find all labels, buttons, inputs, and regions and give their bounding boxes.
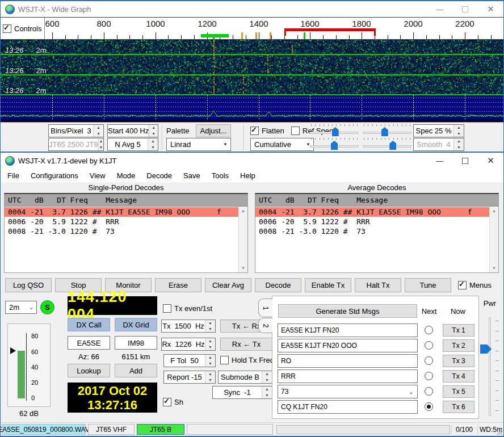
menu-file[interactable]: File — [2, 171, 25, 180]
tune-button[interactable]: Tune — [405, 278, 451, 292]
tx6-message-field[interactable]: CQ K1JT FN20 — [278, 400, 418, 414]
tx2-now-button[interactable]: Tx 2 — [443, 339, 474, 352]
zero-slider[interactable] — [363, 124, 411, 137]
decode-row[interactable]: 0006 -20 5.9 1222 # RRR — [255, 217, 489, 226]
maximize-icon[interactable] — [452, 153, 478, 169]
spinner-arrows-icon[interactable]: ▲▼ — [93, 125, 103, 137]
menu-mode[interactable]: Mode — [111, 171, 141, 180]
flatten-checkbox[interactable]: Flatten — [250, 127, 284, 135]
gain-slider[interactable] — [310, 124, 359, 137]
wide-graph-titlebar[interactable]: WSJT-X - Wide Graph — ✕ — [1, 1, 503, 17]
zero2-slider[interactable] — [363, 138, 411, 151]
sh-checkbox[interactable]: Sh — [163, 398, 183, 406]
dx-grid-field[interactable]: IM98 — [115, 336, 157, 350]
log-qso-button[interactable]: Log QSO — [5, 278, 52, 292]
tab-1[interactable]: 1 — [258, 299, 272, 317]
scroll-up-icon[interactable]: ▲ — [239, 207, 247, 215]
scroll-down-icon[interactable]: ▼ — [239, 264, 247, 272]
decode-row[interactable]: 0008 -21 -3.0 1220 # 73 — [5, 226, 238, 236]
scrollbar[interactable]: ▲▼ — [489, 207, 498, 272]
spinner-arrows-icon[interactable]: ▲▼ — [205, 320, 215, 332]
decode-row[interactable]: 0008 -21 -3.0 1220 # 73 — [255, 226, 489, 236]
halt-tx-button[interactable]: Halt Tx — [355, 278, 401, 292]
decode-row[interactable]: 0006 -20 5.9 1222 # RRR — [5, 217, 238, 226]
frequency-ruler[interactable]: Controls 6008001000120014001600180020002… — [1, 17, 503, 40]
minimize-icon[interactable]: — — [427, 1, 452, 17]
spinner-arrows-icon[interactable]: ▲▼ — [262, 386, 272, 398]
tx2-next-radio[interactable] — [425, 341, 433, 350]
menu-tools[interactable]: Tools — [206, 171, 234, 180]
report-spinner[interactable]: Report -15▲▼ — [163, 371, 216, 384]
scroll-down-icon[interactable]: ▼ — [490, 264, 498, 272]
status-s-button[interactable]: S — [40, 300, 54, 314]
spinner-arrows-icon[interactable]: ▲▼ — [262, 371, 272, 383]
start-hz-spinner[interactable]: Start 400 Hz▲▼ — [107, 124, 158, 137]
maximize-icon[interactable] — [452, 1, 478, 17]
tx3-message-field[interactable]: RO — [278, 354, 418, 368]
tx6-now-button[interactable]: Tx 6 — [443, 401, 474, 413]
adjust-button[interactable]: Adjust... — [196, 124, 231, 137]
close-icon[interactable]: ✕ — [478, 153, 503, 169]
decode-list[interactable]: 0004 -21 3.7 1226 ## K1JT EA5SE IM98 OOO… — [255, 207, 489, 272]
dx-grid-button[interactable]: DX Grid — [115, 318, 157, 331]
spinner-arrows-icon[interactable]: ▲▼ — [205, 338, 215, 350]
decode-row[interactable]: 0004 -21 3.7 1226 ## K1JT EA5SE IM98 OOO… — [255, 207, 489, 217]
controls-checkbox[interactable]: Controls — [3, 24, 41, 33]
menu-help[interactable]: Help — [234, 171, 261, 180]
submode-spinner[interactable]: Submode B▲▼ — [218, 371, 272, 384]
tab-2[interactable]: 2 — [258, 318, 272, 333]
tx-even-checkbox[interactable]: Tx even/1st — [163, 304, 212, 313]
tx1-next-radio[interactable] — [425, 326, 433, 334]
decode-button[interactable]: Decode — [255, 278, 301, 292]
sync-spinner[interactable]: Sync -1▲▼ — [212, 386, 272, 399]
pwr-slider[interactable] — [489, 317, 491, 416]
tx4-next-radio[interactable] — [425, 372, 433, 380]
spectrum-mode-select[interactable]: Cumulative▼ — [250, 138, 314, 151]
waterfall-display[interactable] — [1, 40, 503, 122]
slider-handle[interactable] — [331, 141, 338, 150]
spinner-arrows-icon[interactable]: ▲▼ — [205, 371, 215, 383]
tx4-message-field[interactable]: RRR — [278, 369, 418, 383]
palette-select[interactable]: Linrad▼ — [166, 138, 231, 151]
close-icon[interactable]: ✕ — [478, 1, 503, 17]
slider-handle[interactable] — [389, 141, 396, 150]
menus-checkbox[interactable]: Menus — [458, 281, 492, 289]
menu-configurations[interactable]: Configurations — [25, 171, 84, 180]
tx2-message-field[interactable]: EA5SE K1JT FN20 OOO — [278, 339, 418, 352]
spinner-arrows-icon[interactable]: ▲▼ — [149, 125, 158, 137]
scrollbar[interactable]: ▲▼ — [238, 207, 247, 272]
tx1-now-button[interactable]: Tx 1 — [443, 324, 474, 337]
rx-from-tx-button[interactable]: Rx ← Tx — [220, 338, 272, 351]
tx6-next-radio[interactable] — [425, 402, 433, 411]
menu-save[interactable]: Save — [178, 171, 206, 180]
lookup-button[interactable]: Lookup — [68, 364, 110, 377]
band-select[interactable]: 2m⌄ — [5, 301, 37, 314]
rx-freq-spinner[interactable]: Rx 1226 Hz▲▼ — [161, 338, 216, 351]
gain2-slider[interactable] — [310, 138, 359, 151]
bins-pixel-spinner[interactable]: Bins/Pixel 3▲▼ — [48, 124, 104, 137]
spinner-arrows-icon[interactable]: ▲▼ — [148, 138, 158, 150]
spec-percent-spinner[interactable]: Spec 25 %▲▼ — [413, 124, 464, 137]
erase-button[interactable]: Erase — [155, 278, 201, 292]
main-titlebar[interactable]: WSJT-X v1.7.1-devel by K1JT — ✕ — [1, 153, 503, 169]
tx-freq-spinner[interactable]: Tx 1500 Hz▲▼ — [161, 320, 216, 333]
tx3-now-button[interactable]: Tx 3 — [443, 355, 474, 367]
scroll-up-icon[interactable]: ▲ — [490, 207, 498, 215]
dx-call-field[interactable]: EA5SE — [68, 336, 110, 350]
n-avg-spinner[interactable]: N Avg 5▲▼ — [107, 138, 158, 151]
clear-avg-button[interactable]: Clear Avg — [205, 278, 251, 292]
menu-decode[interactable]: Decode — [141, 171, 178, 180]
dx-call-button[interactable]: DX Call — [68, 318, 110, 331]
tx4-now-button[interactable]: Tx 4 — [443, 370, 474, 383]
tx5-message-combo[interactable]: 73⌄ — [278, 385, 418, 398]
menu-view[interactable]: View — [84, 171, 111, 180]
slider-handle[interactable] — [381, 127, 388, 136]
spinner-arrows-icon[interactable]: ▲▼ — [205, 355, 215, 367]
tx1-message-field[interactable]: EA5SE K1JT FN20 — [278, 323, 418, 337]
decode-list[interactable]: 0004 -21 3.7 1226 ## K1JT EA5SE IM98 OOO… — [5, 207, 238, 272]
tx3-next-radio[interactable] — [425, 356, 433, 365]
generate-std-msgs-button[interactable]: Generate Std Msgs — [278, 304, 417, 318]
minimize-icon[interactable]: — — [427, 153, 452, 169]
tx5-now-button[interactable]: Tx 5 — [443, 385, 474, 398]
decode-row[interactable]: 0004 -21 3.7 1226 ## K1JT EA5SE IM98 OOO… — [5, 207, 238, 217]
